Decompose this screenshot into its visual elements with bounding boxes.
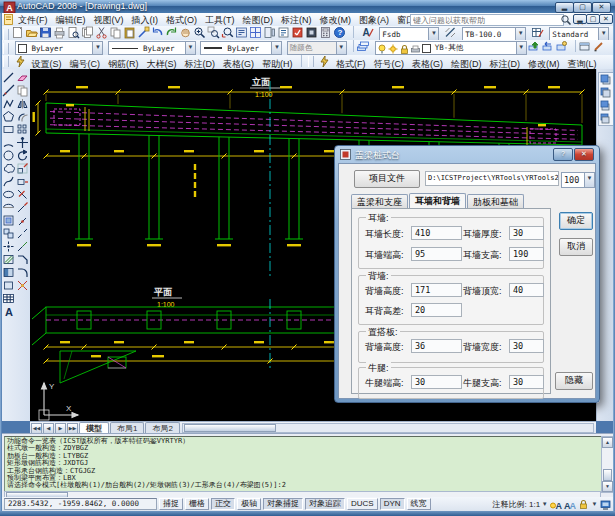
- lineweight-combo[interactable]: ByLayer▼: [200, 41, 282, 55]
- toolbar-grip[interactable]: [3, 56, 9, 67]
- earwall-thickness-field[interactable]: 30: [509, 226, 544, 240]
- bulb-icon[interactable]: [376, 43, 387, 54]
- zoom-previous-icon[interactable]: [221, 26, 235, 39]
- toolbar-lock-icon[interactable]: [577, 498, 591, 511]
- command-line-window[interactable]: 功能命令一览表（ICST版权所有，版本特征码鉴VYRTYR）柱式墩一般构造：ZD…: [2, 433, 613, 498]
- explode-icon[interactable]: [16, 279, 30, 292]
- first-tab-icon[interactable]: ◀◀: [31, 423, 42, 434]
- cut-icon[interactable]: [95, 26, 109, 39]
- new-icon[interactable]: [11, 26, 25, 39]
- status-toggle[interactable]: DYN: [380, 498, 405, 510]
- annotation-autoscale-icon[interactable]: AA: [563, 498, 577, 511]
- slab-wall-height-field[interactable]: 36: [411, 339, 462, 353]
- make-block-icon[interactable]: [2, 227, 16, 240]
- array-icon[interactable]: [16, 123, 30, 136]
- status-toggle[interactable]: 极轴: [237, 498, 261, 510]
- mdi-restore-button[interactable]: ▢: [586, 14, 600, 24]
- dialog-title-bar[interactable]: 盖梁桩式台 ? ✕: [335, 146, 599, 162]
- status-toggle[interactable]: DUCS: [347, 498, 378, 510]
- markup-set-icon[interactable]: [291, 26, 305, 39]
- backwall-height-field[interactable]: 171: [411, 283, 462, 297]
- scrollbar-thumb[interactable]: [184, 424, 276, 432]
- menu-item[interactable]: 图象(A): [355, 13, 393, 27]
- menu-item[interactable]: 标注(N): [277, 13, 316, 27]
- menu-item[interactable]: 工具(T): [201, 13, 239, 27]
- backwall-topwidth-field[interactable]: 40: [509, 283, 544, 297]
- mirror-icon[interactable]: [16, 97, 30, 110]
- point-icon[interactable]: [2, 240, 16, 253]
- annotation-scale-value[interactable]: 1:1: [529, 500, 540, 509]
- chevron-down-icon[interactable]: ▼: [185, 42, 195, 54]
- match-properties-icon[interactable]: [137, 26, 151, 39]
- layer-states-icon[interactable]: [555, 40, 569, 53]
- plot-preview-icon[interactable]: [67, 26, 81, 39]
- calculator-icon[interactable]: [319, 26, 333, 39]
- construction-line-icon[interactable]: [2, 84, 16, 97]
- chamfer-icon[interactable]: [16, 253, 30, 266]
- menu-item[interactable]: 编辑(E): [52, 13, 90, 27]
- project-file-button[interactable]: 项目文件: [354, 170, 420, 188]
- text-style-combo[interactable]: Fsdb▼: [379, 27, 439, 41]
- line-icon[interactable]: [2, 71, 16, 84]
- corbel-supportheight-field[interactable]: 30: [509, 375, 544, 389]
- layer-color-swatch[interactable]: [422, 44, 431, 53]
- chevron-down-icon[interactable]: ▼: [271, 42, 281, 54]
- break-icon[interactable]: [16, 227, 30, 240]
- earwall-supportheight-field[interactable]: 190: [509, 247, 544, 261]
- minimize-button[interactable]: ▂: [555, 2, 574, 13]
- erase-icon[interactable]: [16, 71, 30, 84]
- trim-icon[interactable]: [16, 188, 30, 201]
- menu-item[interactable]: 绘图(D): [239, 13, 278, 27]
- dim-style-combo[interactable]: TB-100.0▼: [462, 27, 526, 41]
- toolbar-grip[interactable]: [308, 56, 314, 67]
- stretch-icon[interactable]: [16, 175, 30, 188]
- tool-palettes-icon[interactable]: [263, 26, 277, 39]
- send-under-icon[interactable]: [599, 112, 613, 125]
- chevron-down-icon[interactable]: ▼: [598, 28, 608, 40]
- redo-icon[interactable]: [165, 26, 179, 39]
- menu-item[interactable]: 文件(F): [14, 13, 52, 27]
- bring-to-front-icon[interactable]: [599, 73, 613, 86]
- dwg-file-icon[interactable]: [2, 13, 14, 26]
- status-toggle[interactable]: 对象捕捉: [263, 498, 303, 510]
- status-toggle[interactable]: 对象追踪: [305, 498, 345, 510]
- menu-item[interactable]: 格式(O): [162, 13, 201, 27]
- horizontal-scrollbar[interactable]: [182, 423, 594, 433]
- linetype-combo[interactable]: ByLayer▼: [108, 41, 196, 55]
- polyline-icon[interactable]: [2, 97, 16, 110]
- scroll-up-icon[interactable]: ▲: [602, 437, 613, 448]
- next-tab-icon[interactable]: ▶: [55, 423, 66, 434]
- offset-icon[interactable]: [16, 110, 30, 123]
- layers-icon[interactable]: [356, 40, 370, 53]
- table-style-icon[interactable]: [531, 26, 545, 39]
- paste-icon[interactable]: [123, 26, 137, 39]
- hatch-icon[interactable]: [2, 253, 16, 266]
- arc-icon[interactable]: [2, 136, 16, 149]
- menu-item[interactable]: 视图(V): [90, 13, 128, 27]
- copy-icon[interactable]: [109, 26, 123, 39]
- pan-icon[interactable]: [179, 26, 193, 39]
- dialog-help-button[interactable]: ?: [553, 148, 573, 161]
- copy-object-icon[interactable]: [16, 84, 30, 97]
- lock-icon[interactable]: [398, 43, 409, 54]
- help-icon[interactable]: ?: [333, 26, 347, 39]
- status-toggle[interactable]: 正交: [211, 498, 235, 510]
- printer-icon[interactable]: [409, 43, 420, 54]
- dim-style-icon[interactable]: [444, 26, 458, 39]
- designcenter-icon[interactable]: [249, 26, 263, 39]
- block-editor-icon[interactable]: [305, 26, 319, 39]
- hide-button[interactable]: 隐藏: [555, 372, 593, 390]
- sun-icon[interactable]: [387, 43, 398, 54]
- polygon-icon[interactable]: [2, 110, 16, 123]
- move-icon[interactable]: [16, 136, 30, 149]
- title-bar[interactable]: A AutoCAD 2008 - [Drawing1.dwg] ▂ ▢ ✕: [0, 0, 615, 13]
- circle-icon[interactable]: [2, 149, 16, 162]
- zoom-realtime-icon[interactable]: [193, 26, 207, 39]
- scale-icon[interactable]: [16, 162, 30, 175]
- bring-above-icon[interactable]: [599, 99, 613, 112]
- ellipse-arc-icon[interactable]: [2, 201, 16, 214]
- earwall-endheight-field[interactable]: 95: [411, 247, 462, 261]
- insert-block-icon[interactable]: [2, 214, 16, 227]
- scroll-down-icon[interactable]: ▼: [602, 481, 613, 492]
- window-icon[interactable]: [578, 40, 592, 53]
